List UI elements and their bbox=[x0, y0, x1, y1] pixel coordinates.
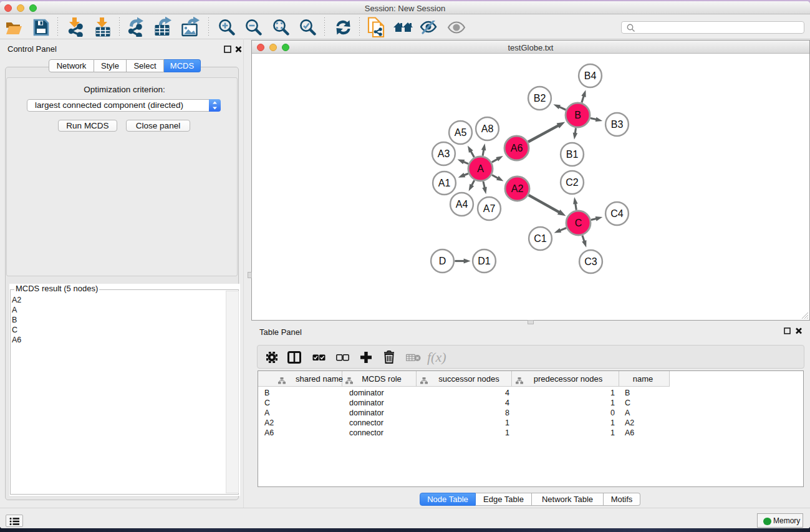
svg-text:A1: A1 bbox=[438, 178, 451, 188]
svg-text:C1: C1 bbox=[534, 233, 547, 244]
svg-text:A6: A6 bbox=[511, 143, 523, 153]
svg-text:C2: C2 bbox=[566, 177, 579, 188]
svg-text:B3: B3 bbox=[611, 119, 624, 130]
svg-text:A7: A7 bbox=[483, 203, 496, 214]
svg-text:C4: C4 bbox=[610, 208, 624, 219]
svg-text:C: C bbox=[575, 218, 582, 228]
svg-text:C3: C3 bbox=[584, 256, 597, 267]
svg-text:A5: A5 bbox=[455, 127, 467, 138]
svg-text:B: B bbox=[574, 110, 581, 120]
svg-text:B2: B2 bbox=[534, 93, 546, 104]
svg-text:A: A bbox=[477, 163, 484, 174]
svg-text:B4: B4 bbox=[584, 70, 597, 81]
svg-text:A2: A2 bbox=[511, 183, 524, 194]
svg-text:A3: A3 bbox=[438, 148, 450, 159]
svg-text:B1: B1 bbox=[566, 149, 579, 160]
svg-text:A4: A4 bbox=[456, 199, 468, 210]
svg-text:D1: D1 bbox=[478, 256, 491, 266]
svg-text:A8: A8 bbox=[481, 123, 494, 134]
svg-text:D: D bbox=[439, 256, 446, 266]
